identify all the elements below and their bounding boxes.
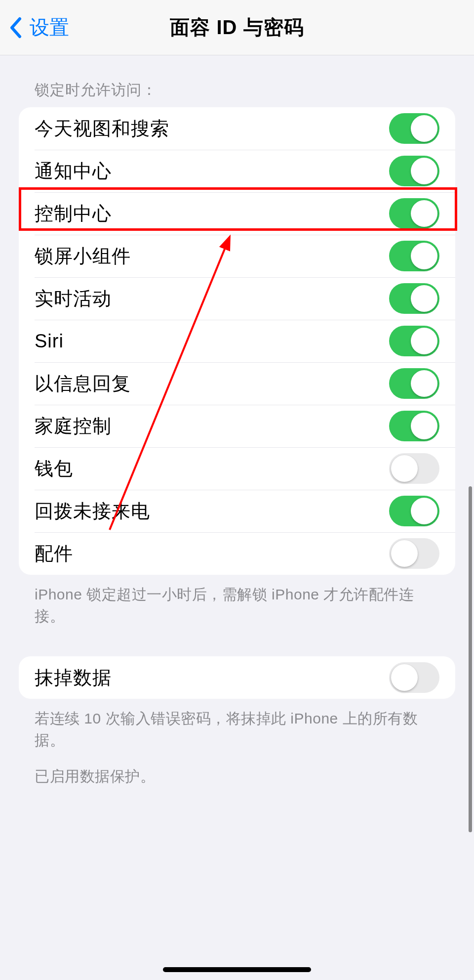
lock-access-switch[interactable]: [389, 156, 439, 186]
lock-access-label: 钱包: [35, 456, 73, 481]
lock-access-row: Siri: [19, 320, 455, 362]
lock-access-switch[interactable]: [389, 453, 439, 484]
lock-access-switch[interactable]: [389, 113, 439, 144]
lock-access-label: 家庭控制: [35, 414, 112, 439]
switch-knob: [411, 158, 437, 184]
lock-access-switch[interactable]: [389, 198, 439, 229]
switch-knob: [411, 200, 437, 227]
lock-access-row: 实时活动: [19, 277, 455, 320]
lock-access-label: 配件: [35, 541, 73, 566]
lock-access-label: 以信息回复: [35, 371, 131, 396]
erase-data-group: 抹掉数据: [19, 656, 455, 699]
section-header-lock-access: 锁定时允许访问：: [0, 55, 474, 107]
lock-access-footer: iPhone 锁定超过一小时后，需解锁 iPhone 才允许配件连接。: [0, 575, 474, 627]
switch-knob: [411, 115, 437, 142]
lock-access-switch[interactable]: [389, 496, 439, 526]
lock-access-row: 通知中心: [19, 150, 455, 192]
switch-knob: [411, 285, 437, 312]
switch-knob: [391, 540, 418, 567]
page-title: 面容 ID 与密码: [0, 14, 474, 41]
lock-access-row: 家庭控制: [19, 405, 455, 447]
erase-data-row: 抹掉数据: [19, 656, 455, 699]
erase-data-label: 抹掉数据: [35, 665, 112, 690]
lock-access-row: 锁屏小组件: [19, 235, 455, 277]
lock-access-switch[interactable]: [389, 326, 439, 356]
switch-knob: [411, 413, 437, 439]
lock-access-row: 回拨未接来电: [19, 490, 455, 532]
lock-access-switch[interactable]: [389, 538, 439, 569]
lock-access-label: 今天视图和搜索: [35, 116, 169, 141]
lock-access-label: 通知中心: [35, 159, 112, 184]
lock-access-label: Siri: [35, 331, 64, 352]
lock-access-switch[interactable]: [389, 241, 439, 271]
lock-access-row: 控制中心: [19, 192, 455, 235]
lock-access-label: 实时活动: [35, 286, 112, 311]
navbar: 设置 面容 ID 与密码: [0, 0, 474, 55]
erase-data-switch[interactable]: [389, 662, 439, 693]
back-button[interactable]: 设置: [9, 14, 69, 41]
lock-access-row: 以信息回复: [19, 362, 455, 405]
lock-access-switch[interactable]: [389, 368, 439, 399]
switch-knob: [411, 498, 437, 524]
lock-access-switch[interactable]: [389, 411, 439, 441]
lock-access-switch[interactable]: [389, 283, 439, 314]
back-label: 设置: [30, 14, 69, 41]
lock-access-row: 钱包: [19, 447, 455, 490]
chevron-left-icon: [9, 17, 23, 39]
lock-access-label: 回拨未接来电: [35, 499, 150, 524]
home-indicator[interactable]: [163, 967, 311, 972]
erase-data-footer-2: 已启用数据保护。: [0, 751, 474, 787]
switch-knob: [411, 328, 437, 354]
lock-access-row: 配件: [19, 532, 455, 575]
scrollbar[interactable]: [469, 486, 472, 832]
switch-knob: [411, 370, 437, 397]
switch-knob: [391, 664, 418, 691]
lock-access-label: 锁屏小组件: [35, 244, 131, 269]
lock-access-group: 今天视图和搜索通知中心控制中心锁屏小组件实时活动Siri以信息回复家庭控制钱包回…: [19, 107, 455, 575]
switch-knob: [391, 455, 418, 482]
switch-knob: [411, 243, 437, 269]
lock-access-row: 今天视图和搜索: [19, 107, 455, 150]
lock-access-label: 控制中心: [35, 201, 112, 226]
erase-data-footer-1: 若连续 10 次输入错误密码，将抹掉此 iPhone 上的所有数据。: [0, 699, 474, 751]
